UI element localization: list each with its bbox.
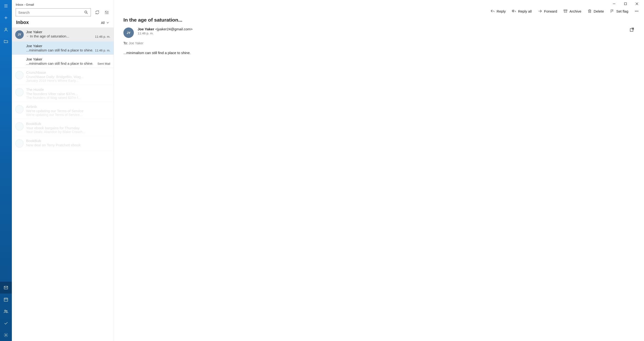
avatar (15, 71, 24, 79)
svg-line-15 (86, 13, 88, 14)
select-mode-button[interactable] (104, 9, 110, 15)
message-time: Sent Mail (98, 62, 110, 65)
gear-icon (4, 333, 8, 338)
folder-name: Inbox (16, 20, 29, 25)
message-row[interactable]: The HustleThe founders Viber raise $37m.… (12, 85, 114, 102)
mail-body: ...minimalism can still find a place to … (124, 51, 634, 55)
avatar (15, 105, 24, 114)
sender-avatar: JY (124, 27, 134, 38)
avatar (15, 88, 24, 96)
svg-rect-7 (4, 298, 8, 301)
svg-point-32 (636, 11, 637, 11)
filter-dropdown[interactable]: All (101, 21, 110, 25)
svg-point-5 (5, 28, 7, 30)
forward-button[interactable]: Forward (538, 9, 557, 13)
message-time: 11:46 p. m. (95, 35, 110, 38)
mail-to: To: Joe Yaker (124, 41, 634, 45)
svg-point-19 (105, 12, 105, 12)
message-list-pane: Inbox - Gmail Inbox All JYJoe YakerIn th… (12, 0, 114, 341)
popout-icon (629, 27, 634, 32)
message-subject: ...minimalism can still find a place to … (26, 48, 93, 52)
mail-action-bar: Reply Reply all Forward Archive Delete S… (114, 7, 644, 15)
minimize-icon (613, 2, 616, 5)
message-from: Crunchbase (26, 70, 46, 75)
sync-button[interactable] (94, 9, 100, 15)
open-in-window-button[interactable] (629, 27, 634, 33)
reply-button[interactable]: Reply (490, 9, 506, 13)
window-title: Inbox - Gmail (16, 2, 110, 8)
message-from: BookBub (26, 139, 41, 143)
message-from: Airbnb (26, 105, 37, 109)
message-subject: Crunchbase Daily: BridgeBio, Wag... (26, 75, 84, 79)
message-subject: The founders Viber raise $37m... (26, 92, 78, 96)
svg-point-13 (6, 335, 7, 336)
window-close-button[interactable] (632, 0, 642, 7)
menu-button[interactable] (0, 0, 12, 12)
reading-pane: Reply Reply all Forward Archive Delete S… (114, 0, 644, 341)
calendar-icon (4, 297, 8, 302)
reply-all-button[interactable]: Reply all (512, 9, 532, 13)
message-row[interactable]: CrunchbaseCrunchbase Daily: BridgeBio, W… (12, 68, 114, 85)
mail-app-button[interactable] (0, 282, 12, 294)
message-preview: Your Deals: Abandon by Blake Crouch... (26, 130, 110, 134)
avatar: JY (15, 30, 24, 39)
todo-app-button[interactable] (0, 317, 12, 329)
svg-point-11 (4, 310, 6, 311)
more-actions-button[interactable] (634, 9, 639, 13)
maximize-icon (624, 2, 627, 5)
message-preview: We're updating our Terms of Service... (26, 113, 110, 117)
message-preview: The founders of Wag raised $37m f... (26, 96, 110, 100)
reply-all-icon (512, 9, 516, 13)
message-subject: New deal on Terry Pratchett ebook (26, 143, 81, 147)
reply-icon (490, 9, 495, 13)
message-row[interactable]: Joe Yaker...minimalism can still find a … (12, 55, 114, 68)
people-app-button[interactable] (0, 306, 12, 317)
refresh-icon (95, 10, 100, 15)
flag-button[interactable]: Set flag (610, 9, 628, 13)
message-subject: We're updating our Terms of Service (26, 109, 84, 113)
window-maximize-button[interactable] (620, 0, 631, 7)
message-from: The Hustle (26, 87, 44, 92)
delete-button[interactable]: Delete (588, 9, 604, 13)
message-row[interactable]: BookBubNew deal on Terry Pratchett ebook (12, 136, 114, 150)
chevron-down-icon (26, 35, 29, 38)
svg-rect-26 (564, 10, 567, 11)
check-icon (4, 321, 8, 326)
compose-button[interactable] (0, 12, 12, 24)
message-row[interactable]: BookBubYour ebook bargains for ThursdayY… (12, 119, 114, 136)
message-subject: ...minimalism can still find a place to … (26, 61, 93, 65)
more-icon (634, 9, 639, 13)
mail-from: Joe Yaker <jyaker24@gmail.com> (138, 27, 193, 31)
mail-time: 11:46 p. m. (138, 31, 193, 35)
nav-rail (0, 0, 12, 341)
forward-icon (538, 9, 542, 13)
message-subject: Your ebook bargains for Thursday (26, 126, 80, 130)
message-row[interactable]: JYJoe YakerIn the age of saturation...11… (12, 27, 114, 41)
svg-point-33 (638, 11, 638, 11)
settings-button[interactable] (0, 329, 12, 341)
message-from: Joe Yaker (26, 57, 42, 61)
message-list[interactable]: JYJoe YakerIn the age of saturation...11… (12, 27, 114, 341)
people-icon (4, 309, 8, 314)
svg-point-31 (635, 11, 636, 11)
mail-subject: In the age of saturation... (124, 17, 634, 23)
window-minimize-button[interactable] (609, 0, 619, 7)
folder-icon (4, 39, 8, 44)
search-box[interactable] (16, 8, 91, 16)
hamburger-icon (4, 3, 8, 8)
close-icon (636, 2, 638, 5)
search-input[interactable] (18, 10, 84, 14)
calendar-app-button[interactable] (0, 294, 12, 306)
svg-rect-22 (624, 3, 627, 5)
message-subject: In the age of saturation... (26, 34, 69, 38)
avatar (15, 122, 24, 131)
multiselect-icon (104, 10, 109, 15)
message-row[interactable]: AirbnbWe're updating our Terms of Servic… (12, 102, 114, 119)
account-button[interactable] (0, 24, 12, 35)
message-row[interactable]: Joe Yaker...minimalism can still find a … (12, 41, 114, 55)
folders-button[interactable] (0, 35, 12, 47)
message-from: BookBub (26, 122, 41, 126)
archive-button[interactable]: Archive (563, 9, 581, 13)
message-from: Joe Yaker (26, 44, 42, 48)
message-preview: January 2019 Here's Where Early... (26, 79, 110, 82)
